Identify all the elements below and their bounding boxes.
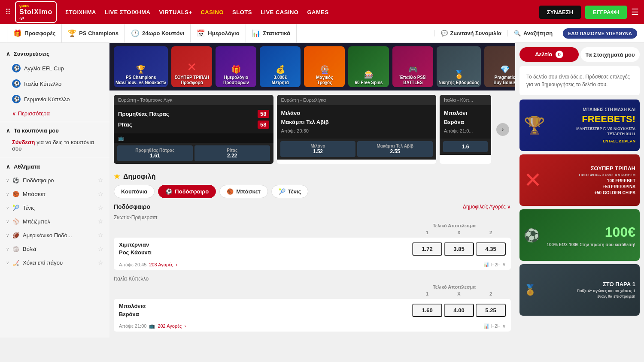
star-icon-americanfootball[interactable]: ☆ (98, 232, 103, 238)
sidebar-sport-tennis[interactable]: ∨ 🎾 Τένις ☆ (0, 201, 109, 214)
login-button[interactable]: ΣΥΝΔΕΣΗ (539, 6, 581, 19)
nav-games[interactable]: GAMES (307, 9, 328, 15)
subnav-calendar[interactable]: 📅 Ημερολόγιο (191, 24, 246, 42)
promo-card-winner[interactable]: 🏅 Νικητής Εβδομάδας (437, 46, 481, 87)
odd-cell-1-x[interactable]: 3.85 (444, 242, 474, 256)
promo-card-freespins[interactable]: 🎰 60 Free Spins (348, 46, 389, 87)
odd-cell-2-x[interactable]: 4.00 (444, 304, 474, 317)
promo-banner-ps[interactable]: 🏆 ΜΠΑΙΝΕΙΣ ΣΤΗ ΜΑΧΗ ΚΑΙ FREEBETS! ΜΑΝΤΣΕ… (519, 100, 640, 151)
ps-banner-big: FREEBETS! (576, 113, 635, 126)
sidebar-sport-basketball[interactable]: ∨ 🏀 Μπάσκετ ☆ (0, 187, 109, 201)
live-odd-1-team2[interactable]: Ρίτας 2.22 (194, 145, 270, 161)
star-icon-baseball[interactable]: ☆ (98, 218, 103, 225)
star-icon-hockey[interactable]: ☆ (98, 259, 103, 266)
promo-card-super-triple[interactable]: ✕ ΣΟΥΠΕΡ ΤΡΙΠΛΗΠροσφορά (171, 46, 212, 87)
tab-tennis[interactable]: 🎾 Τένις (271, 185, 308, 198)
promo-banner-triple[interactable]: ✕ ΣΟΥΠΕΡ ΤΡΙΠΛΗ ΠΡΟΣΦΟΡΑ ΧΩΡΙΣ ΚΑΤΑΘΕΣΗ … (519, 154, 640, 206)
subnav-24h-coupon[interactable]: 🕐 24ωρο Κουπόνι (125, 24, 191, 42)
bar-chart-icon-2: 📊 (483, 323, 489, 329)
shortcuts-section[interactable]: ∧ Συντομεύσεις (0, 47, 109, 60)
popular-markets-link[interactable]: Δημοφιλείς Αγορές ∨ (463, 204, 511, 210)
nav-live-stoixima[interactable]: LIVE ΣΤΟΙΧΗΜΑ (105, 9, 151, 15)
ps-banner-cta[interactable]: ΕΝΤΑΣΕ ΔΩΡΕΑΝ (576, 139, 635, 144)
coupons-section[interactable]: ∧ Τα κουπόνια μου (0, 124, 109, 137)
promo-card-offer[interactable]: 🎁 ΗμερολόγιοΠροσφορών (216, 46, 256, 87)
promo-card-ps-champs[interactable]: 🏆 PS ChampionsΜαν.Γιουν. vs Νιούκαστλ (114, 46, 168, 87)
subnav-chat[interactable]: 💬 Ζωντανή Συνομιλία (434, 30, 507, 36)
betslip-tab-mybets[interactable]: Τα Στοιχήματά μου (580, 47, 640, 62)
sidebar-item-efl[interactable]: ⚽ Αγγλία EFL Cup (0, 60, 109, 76)
h2h-link-1[interactable]: 📊 H2H ∨ (483, 262, 506, 267)
subnav-stats[interactable]: 📊 Στατιστικά (246, 24, 297, 42)
col-1-header: 1 (412, 230, 442, 235)
match-2-markets[interactable]: 202 Αγορές (158, 323, 182, 329)
promo-card-money[interactable]: 💰 3.000€Μετρητά (260, 46, 301, 87)
ps-banner-text: ΜΠΑΙΝΕΙΣ ΣΤΗ ΜΑΧΗ ΚΑΙ FREEBETS! ΜΑΝΤΣΕΣΤ… (576, 107, 635, 144)
h2h-link-2[interactable]: 📊 H2H ∨ (483, 323, 506, 329)
coupons-login-link[interactable]: Σύνδεση (12, 139, 35, 145)
nav-virtuals[interactable]: VIRTUALS+ (159, 9, 192, 15)
hamburger-icon[interactable]: ☰ (631, 7, 639, 17)
promo-card-pragmatic[interactable]: 💎 PragmaticBuy Bonus (484, 46, 515, 87)
live-odd-3[interactable]: 1.6 (443, 141, 488, 152)
tab-basketball[interactable]: 🏀 Μπάσκετ (219, 185, 268, 198)
subnav-offers-label: Προσφορές (24, 30, 55, 36)
betslip-empty-message: Το δελτίο σου είναι άδειο. Πρόσθεσε επιλ… (519, 66, 640, 95)
register-button[interactable]: ΕΓΓΡΑΦΗ (585, 6, 627, 19)
tab-coupons[interactable]: Κουπόνια (114, 185, 155, 198)
match-1-markets[interactable]: 203 Αγορές (149, 262, 173, 267)
chevron-down-sport: ∨ (6, 178, 9, 183)
subnav-right: 💬 Ζωντανή Συνομιλία 🔍 Αναζήτηση ΕΔΩ ΠΑΙΖ… (434, 28, 637, 39)
logo[interactable]: game StoIXImo .gr (15, 1, 57, 22)
nav-casino[interactable]: CASINO (200, 9, 224, 15)
promo-card-ps-bg: 🏆 PS ChampionsΜαν.Γιουν. vs Νιούκαστλ (114, 46, 168, 87)
grid-icon[interactable]: ⠿ (5, 7, 11, 17)
odd-2-x-value: 4.00 (453, 307, 464, 314)
odd-cell-2-1[interactable]: 1.60 (412, 304, 442, 317)
odd-cell-2-2[interactable]: 5.25 (476, 304, 506, 317)
live-matches-next-button[interactable]: › (496, 123, 509, 136)
chevron-right-markets-1: › (176, 262, 177, 267)
odd-3-label: Μιλάνο (282, 144, 354, 148)
sidebar-sport-americanfootball[interactable]: ∨ 🏈 Αμερικάνικο Ποδό... ☆ (0, 228, 109, 242)
star-icon-basketball[interactable]: ☆ (98, 190, 103, 197)
promo-card-battles[interactable]: 🎮 Έπαθλο PS5!BATTLES (392, 46, 433, 87)
tab-football[interactable]: ⚽ Ποδόσφαιρο (158, 185, 216, 198)
more-shortcuts-label: Περισσότερα (18, 110, 50, 117)
sidebar-item-germany-cup[interactable]: ⚽ Γερμανία Κύπελλο (0, 91, 109, 107)
odd-cell-1-2[interactable]: 4.35 (476, 242, 506, 256)
nav-stoixima[interactable]: ΣΤΟΙΧΗΜΑ (65, 9, 96, 15)
responsible-gambling-button[interactable]: ΕΔΩ ΠΑΙΖΟΥΜΕ ΥΠΕΥΘΥΝΑ (563, 28, 637, 39)
star-yellow-icon: ★ (114, 172, 120, 181)
star-icon-football[interactable]: ☆ (98, 177, 103, 184)
logo-area[interactable]: ⠿ game StoIXImo .gr (5, 1, 57, 22)
promo-card-magic[interactable]: 🎡 ΜαγικόςΤροχός (304, 46, 345, 87)
star-icon-volleyball[interactable]: ☆ (98, 245, 103, 252)
live-odd-2-team1[interactable]: Μιλάνο 1.52 (280, 141, 356, 157)
chevron-down-hockey: ∨ (6, 260, 9, 265)
triple-banner-text: ΣΟΥΠΕΡ ΤΡΙΠΛΗ ΠΡΟΣΦΟΡΑ ΧΩΡΙΣ ΚΑΤΑΘΕΣΗ 10… (579, 165, 636, 196)
subnav-offers[interactable]: 🎁 Προσφορές (7, 24, 62, 42)
sidebar-item-italy-cup[interactable]: ⚽ Ιταλία Κύπελλο (0, 76, 109, 91)
odd-cell-1-1[interactable]: 1.72 (412, 242, 442, 256)
sidebar-sport-hockey[interactable]: ∨ 🏒 Χόκεϊ επί πάγου ☆ (0, 256, 109, 269)
promo-banner-para1[interactable]: 🏅 ΣΤΟ ΠΑΡΑ 1 Παίξε 4+ αγώνες και αν χάσε… (519, 264, 640, 316)
promo-banner-welcome[interactable]: ⚽ 100€ 100% ΕΩΣ 100€ Στην πρώτη σου κατά… (519, 209, 640, 261)
sidebar-sport-baseball[interactable]: ∨ ⚾ Μπέιζμπολ ☆ (0, 214, 109, 228)
nav-live-casino[interactable]: LIVE CASINO (261, 9, 299, 15)
more-shortcuts-link[interactable]: ∨ Περισσότερα (0, 107, 109, 120)
team2-name: Ρίτας (118, 121, 132, 128)
live-odd-1-team1[interactable]: Προμηθέας Πάτρας 1.61 (117, 145, 193, 161)
league-italy: Ιταλία-Κύπελλο (114, 274, 511, 284)
sports-section[interactable]: ∧ Αθλήματα (0, 160, 109, 173)
sidebar-sport-volleyball[interactable]: ∨ 🏐 Βόλεϊ ☆ (0, 242, 109, 256)
live-odd-2-team2[interactable]: Μακάμπι Τελ Αβίβ 2.55 (357, 141, 433, 157)
betslip-tab-delta[interactable]: Δελτίο 0 (519, 47, 579, 62)
sidebar-sport-football[interactable]: ∨ ⚽ Ποδόσφαιρο ☆ (0, 173, 109, 187)
subnav-search[interactable]: 🔍 Αναζήτηση (507, 30, 559, 36)
subnav-ps-champions[interactable]: 🏆 PS Champions (62, 24, 125, 42)
star-icon-tennis[interactable]: ☆ (98, 204, 103, 211)
chevron-down-tennis: ∨ (6, 205, 9, 210)
popular-title: ★ Δημοφιλή (114, 172, 511, 181)
nav-slots[interactable]: SLOTS (232, 9, 252, 15)
